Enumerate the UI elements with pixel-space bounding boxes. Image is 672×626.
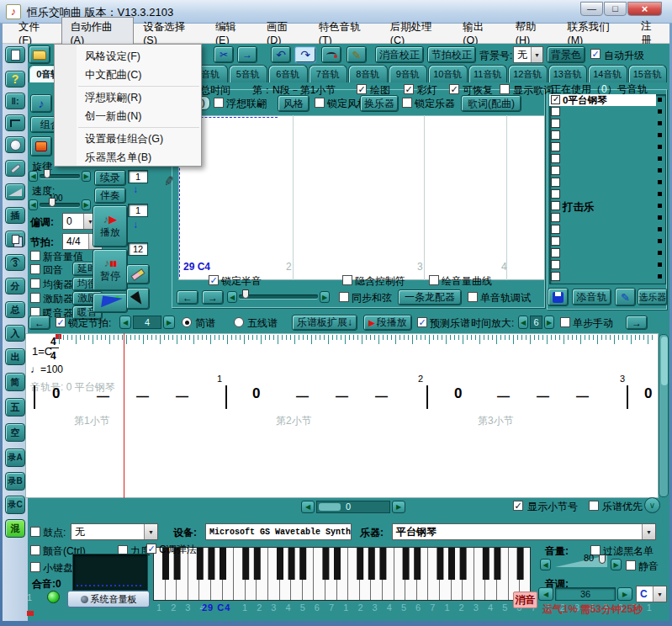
lock-semitone-checkbox[interactable]: ✓ xyxy=(209,275,219,285)
pitch-key-select[interactable]: C▼ xyxy=(636,586,667,602)
horn-tool-button[interactable] xyxy=(93,293,128,313)
segment-play-button[interactable]: ▶段播放 xyxy=(363,315,412,331)
dragon-config-button[interactable]: 一条龙配器 xyxy=(398,289,462,305)
speed-slider-thumb[interactable] xyxy=(49,198,56,207)
triplet-button[interactable]: 3 xyxy=(5,254,25,271)
track-checkbox[interactable] xyxy=(551,213,560,222)
add-track-button[interactable]: 添音轨 xyxy=(572,289,611,305)
jianpu-side-button[interactable]: 简 xyxy=(5,373,25,391)
instrument-brush-button[interactable]: ✎ xyxy=(615,288,636,306)
brush-button[interactable]: ✎ xyxy=(347,46,367,63)
melody-slider-thumb[interactable] xyxy=(44,169,50,178)
tie-button[interactable] xyxy=(321,46,341,63)
track-checkbox[interactable] xyxy=(551,130,560,140)
score-vscroll-thumb[interactable] xyxy=(661,337,668,385)
track-checkbox[interactable] xyxy=(551,225,560,234)
speed-slider-right[interactable]: ▶ xyxy=(82,199,91,210)
page-right-button[interactable]: → xyxy=(626,316,648,330)
score-expand-button[interactable]: 乐谱板扩展↓ xyxy=(292,315,357,331)
redo-button[interactable]: ↷ xyxy=(294,46,316,63)
drumbeat-select[interactable]: 无▼ xyxy=(71,523,158,540)
jianpu-radio[interactable] xyxy=(182,317,192,327)
total-button[interactable]: 总 xyxy=(5,301,25,318)
bg-number-select[interactable]: 无▼ xyxy=(513,46,543,63)
score-scroll-left[interactable]: ◀ xyxy=(301,501,315,513)
track-checkbox[interactable] xyxy=(551,189,560,199)
beat-spin-left[interactable]: ◀ xyxy=(119,316,131,329)
hscroll-track[interactable] xyxy=(239,294,318,299)
cut-button[interactable]: ✂ xyxy=(214,46,234,63)
lock-style-checkbox[interactable] xyxy=(315,98,325,108)
insert-button[interactable]: 插 xyxy=(5,207,25,224)
instrument-row-0[interactable]: ✓ 0平台钢琴 xyxy=(549,94,656,106)
score-scroll-thumb[interactable] xyxy=(319,503,341,511)
score-scroll-track[interactable]: 0 xyxy=(316,501,390,513)
track-checkbox[interactable] xyxy=(551,166,560,175)
timer-button[interactable] xyxy=(5,136,25,153)
new-volume-checkbox[interactable] xyxy=(30,251,40,261)
track-checkbox[interactable] xyxy=(551,154,560,163)
score-priority-checkbox[interactable] xyxy=(589,501,599,511)
tab-track-9[interactable]: 9音轨 xyxy=(389,65,428,82)
tab-track-5[interactable]: 5音轨 xyxy=(229,65,268,82)
score-area[interactable] xyxy=(25,333,659,498)
melody-slider-left[interactable]: ◀ xyxy=(29,171,38,182)
exciter-checkbox[interactable] xyxy=(30,293,40,303)
time-zoom-right[interactable]: ▶ xyxy=(544,316,554,329)
tab-track-8[interactable]: 8音轨 xyxy=(348,65,388,82)
save-track-button[interactable] xyxy=(548,288,569,306)
record-b-button[interactable]: 录B xyxy=(5,472,25,491)
accompany-button[interactable]: 伴奏 xyxy=(94,188,126,204)
echo-checkbox[interactable] xyxy=(30,264,40,274)
tab-track-12[interactable]: 12音轨 xyxy=(508,65,548,82)
free-imagine-checkbox[interactable] xyxy=(214,98,224,108)
lock-beat-checkbox[interactable]: ✓ xyxy=(56,317,66,327)
volume-down-button[interactable]: ◀ xyxy=(540,559,551,570)
hscroll-right[interactable]: ▶ xyxy=(320,291,330,303)
track-checkbox[interactable] xyxy=(551,178,560,187)
single-step-checkbox[interactable] xyxy=(560,317,570,327)
tab-track-6[interactable]: 6音轨 xyxy=(268,65,308,82)
octave-value-1[interactable]: 1 xyxy=(128,170,148,183)
track-checkbox[interactable] xyxy=(551,142,560,151)
score-vscrollbar[interactable] xyxy=(659,334,669,497)
tab-track-13[interactable]: 13音轨 xyxy=(548,65,588,82)
melody-note-button[interactable]: ♪ xyxy=(30,94,52,113)
hidden-controller-checkbox[interactable] xyxy=(342,275,352,285)
continue-record-button[interactable]: 续录 xyxy=(94,170,126,186)
menu-item-create-new[interactable]: 创一新曲(N) xyxy=(55,107,201,125)
track-checkbox[interactable] xyxy=(551,248,560,257)
scroll-right-button[interactable]: → xyxy=(202,290,224,305)
page-left-button[interactable]: ← xyxy=(29,316,50,330)
tab-track-11[interactable]: 11音轨 xyxy=(468,65,508,82)
lights-checkbox[interactable]: ✓ xyxy=(404,84,414,94)
tab-track-7[interactable]: 7音轨 xyxy=(309,65,348,82)
single-track-debug-checkbox[interactable] xyxy=(468,292,478,302)
close-button[interactable]: × xyxy=(627,2,662,16)
menu-item-style-setting[interactable]: 风格设定(F) xyxy=(55,47,201,66)
track0-checkbox[interactable]: ✓ xyxy=(551,95,560,104)
out-button[interactable]: 出 xyxy=(5,348,25,365)
tool-button[interactable] xyxy=(5,160,25,177)
bracket-button[interactable] xyxy=(5,114,25,131)
collapse-score-button[interactable]: ∨ xyxy=(644,497,660,513)
mix-button[interactable]: 混 xyxy=(5,519,25,538)
sync-chord-checkbox[interactable] xyxy=(339,292,349,302)
octave-value-2[interactable]: 1 xyxy=(128,204,148,217)
speed-slider[interactable] xyxy=(40,203,80,207)
time-zoom-left[interactable]: ◀ xyxy=(518,316,528,329)
show-lyrics-checkbox[interactable] xyxy=(500,84,510,94)
piano-roll-canvas[interactable] xyxy=(178,115,545,280)
paste-button[interactable]: → xyxy=(237,46,257,63)
beat-correct-button[interactable]: 节拍校正 xyxy=(427,46,476,63)
c-mode-checkbox[interactable]: ✓ xyxy=(146,544,156,554)
divide-button[interactable]: 分 xyxy=(5,278,25,294)
play-button[interactable]: ♪▶ 播放 xyxy=(93,205,128,247)
mute-correct-button[interactable]: 消音校正 xyxy=(375,46,424,63)
lock-instrument-checkbox[interactable] xyxy=(402,98,412,108)
predict-score-checkbox[interactable]: ✓ xyxy=(417,317,427,327)
pitch-down-button[interactable]: ◀ xyxy=(538,587,553,601)
vibrato-checkbox[interactable] xyxy=(30,545,40,555)
tab-track-10[interactable]: 10音轨 xyxy=(428,65,468,82)
track-checkbox[interactable] xyxy=(551,260,560,269)
